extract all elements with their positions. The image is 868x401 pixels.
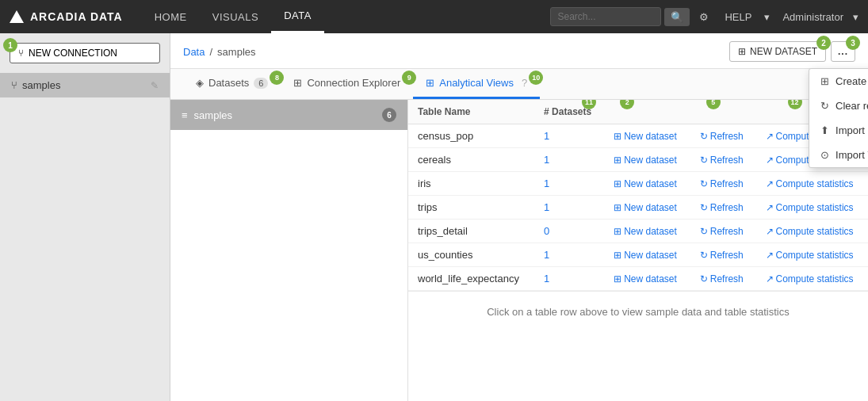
table-row[interactable]: census_pop 1 ⊞ New dataset ↻ Refresh ↗ C… <box>408 124 868 148</box>
cell-new-dataset: ⊞ New dataset <box>604 172 690 196</box>
cell-compute: ↗ Compute statistics <box>756 220 868 243</box>
nav-visuals[interactable]: VISUALS <box>200 0 271 33</box>
main-layout: ⑂ NEW CONNECTION 1 ⑂ samples ✎ Data / sa… <box>0 33 868 401</box>
compute-link[interactable]: ↗ Compute statistics <box>766 273 854 285</box>
tab-analytical-views[interactable]: ⊞ Analytical Views ? 10 <box>413 69 540 99</box>
tab-help-icon[interactable]: ? <box>522 77 527 89</box>
tab-connection-explorer[interactable]: ⊞ Connection Explorer 9 <box>281 69 413 99</box>
breadcrumb-data[interactable]: Data <box>183 46 205 58</box>
cell-refresh: ↻ Refresh <box>690 267 756 291</box>
cell-refresh: ↻ Refresh <box>690 172 756 196</box>
dataset-count-link[interactable]: 1 <box>544 273 549 285</box>
dataset-count-link[interactable]: 1 <box>544 249 549 261</box>
dataset-count-link[interactable]: 1 <box>544 201 549 213</box>
table-row[interactable]: world_life_expectancy 1 ⊞ New dataset ↻ … <box>408 267 868 291</box>
col-new-dataset-badge: 2 <box>620 100 634 109</box>
dropdown-item-import-visual[interactable]: ⊙ Import Visual Artifacts 7 <box>809 143 868 167</box>
refresh-link[interactable]: ↻ Refresh <box>700 178 744 189</box>
table-row[interactable]: iris 1 ⊞ New dataset ↻ Refresh ↗ Compute… <box>408 172 868 196</box>
new-dataset-row-icon: ⊞ <box>614 131 621 142</box>
dataset-count-link[interactable]: 1 <box>544 154 549 166</box>
dropdown-item-clear-cache[interactable]: ↻ Clear result cache 5 <box>809 94 868 118</box>
cell-table-name: us_counties <box>408 243 534 267</box>
tab-analytical-badge: 10 <box>529 71 543 85</box>
refresh-link[interactable]: ↻ Refresh <box>700 131 744 142</box>
new-dataset-row-icon: ⊞ <box>614 155 621 166</box>
cell-new-dataset: ⊞ New dataset <box>604 220 690 243</box>
new-dataset-link[interactable]: ⊞ New dataset <box>614 273 677 285</box>
refresh-icon: ↻ <box>700 226 708 237</box>
more-label: ... <box>838 46 848 57</box>
tab-datasets[interactable]: ◈ Datasets 6 8 <box>183 69 281 99</box>
samples-icon: ⑂ <box>11 79 17 91</box>
col-compute-badge: 12 <box>788 100 802 109</box>
compute-link[interactable]: ↗ Compute statistics <box>766 178 854 189</box>
compute-icon: ↗ <box>766 155 774 166</box>
clear-cache-icon: ↻ <box>820 100 829 112</box>
new-connection-button[interactable]: ⑂ NEW CONNECTION <box>10 43 160 63</box>
refresh-icon: ↻ <box>700 250 708 261</box>
new-dataset-wrap: ⊞ NEW DATASET 2 <box>729 41 826 62</box>
cell-datasets: 1 <box>534 148 604 172</box>
table-header-row: Table Name # Datasets 11 2 5 <box>408 100 868 124</box>
new-dataset-link[interactable]: ⊞ New dataset <box>614 250 677 261</box>
user-menu-button[interactable]: Administrator <box>776 11 850 23</box>
table-row[interactable]: trips_detail 0 ⊞ New dataset ↻ Refresh ↗… <box>408 220 868 243</box>
table-row[interactable]: us_counties 1 ⊞ New dataset ↻ Refresh ↗ … <box>408 243 868 267</box>
nav-home[interactable]: HOME <box>142 0 200 33</box>
new-dataset-link[interactable]: ⊞ New dataset <box>614 226 677 237</box>
connection-icon: ⑂ <box>18 48 24 59</box>
new-dataset-button[interactable]: ⊞ NEW DATASET <box>729 41 826 62</box>
settings-button[interactable]: ⚙ <box>693 11 715 23</box>
search-button[interactable]: 🔍 <box>664 8 690 26</box>
dropdown-item-create-analytical-view[interactable]: ⊞ Create Analytical View 4 <box>809 69 868 94</box>
cell-table-name: iris <box>408 172 534 196</box>
cell-refresh: ↻ Refresh <box>690 124 756 148</box>
refresh-link[interactable]: ↻ Refresh <box>700 226 744 237</box>
edit-icon[interactable]: ✎ <box>151 80 159 91</box>
sidebar-item-samples[interactable]: ⑂ samples ✎ <box>0 73 170 97</box>
tab-analytical-label: Analytical Views <box>439 77 514 89</box>
dropdown-item-import-data[interactable]: ⬆ Import Data 6 <box>809 118 868 143</box>
sidebar: ⑂ NEW CONNECTION 1 ⑂ samples ✎ <box>0 33 170 401</box>
search-input[interactable] <box>550 7 661 26</box>
col-refresh-badge: 5 <box>706 100 721 109</box>
cell-compute: ↗ Compute statistics <box>756 196 868 220</box>
compute-link[interactable]: ↗ Compute statistics <box>766 250 854 261</box>
dataset-count-link[interactable]: 0 <box>544 225 549 237</box>
refresh-link[interactable]: ↻ Refresh <box>700 250 744 261</box>
refresh-link[interactable]: ↻ Refresh <box>700 155 744 166</box>
compute-link[interactable]: ↗ Compute statistics <box>766 202 854 213</box>
compute-icon: ↗ <box>766 250 774 261</box>
dataset-count-link[interactable]: 1 <box>544 130 549 142</box>
nav-links: HOME VISUALS DATA <box>142 0 324 33</box>
new-dataset-link[interactable]: ⊞ New dataset <box>614 178 677 189</box>
help-button[interactable]: HELP <box>718 11 758 23</box>
refresh-link[interactable]: ↻ Refresh <box>700 273 744 285</box>
cell-table-name: cereals <box>408 148 534 172</box>
tabs: ◈ Datasets 6 8 ⊞ Connection Explorer 9 ⊞… <box>170 69 868 100</box>
new-dataset-link[interactable]: ⊞ New dataset <box>614 131 677 142</box>
datasets-count: 6 <box>254 78 268 89</box>
nav-right: 🔍 ⚙ HELP ▾ Administrator ▾ <box>550 7 858 26</box>
cell-refresh: ↻ Refresh <box>690 196 756 220</box>
dataset-count-link[interactable]: 1 <box>544 178 549 189</box>
left-panel-item-samples[interactable]: ≡ samples 6 <box>170 100 407 130</box>
data-table: Table Name # Datasets 11 2 5 <box>408 100 868 291</box>
cell-table-name: trips_detail <box>408 220 534 243</box>
left-panel-count: 6 <box>382 108 396 122</box>
right-panel: Table Name # Datasets 11 2 5 <box>408 100 868 401</box>
refresh-link[interactable]: ↻ Refresh <box>700 202 744 213</box>
compute-link[interactable]: ↗ Compute statistics <box>766 226 854 237</box>
create-analytical-view-icon: ⊞ <box>820 75 829 87</box>
new-connection-label: NEW CONNECTION <box>29 48 117 59</box>
logo-icon <box>10 10 24 23</box>
nav-data[interactable]: DATA <box>271 0 324 33</box>
cell-new-dataset: ⊞ New dataset <box>604 267 690 291</box>
new-dataset-link[interactable]: ⊞ New dataset <box>614 155 677 166</box>
table-row[interactable]: trips 1 ⊞ New dataset ↻ Refresh ↗ Comput… <box>408 196 868 220</box>
table-row[interactable]: cereals 1 ⊞ New dataset ↻ Refresh ↗ Comp… <box>408 148 868 172</box>
new-dataset-link[interactable]: ⊞ New dataset <box>614 202 677 213</box>
refresh-icon: ↻ <box>700 155 708 166</box>
new-dataset-row-icon: ⊞ <box>614 202 621 213</box>
